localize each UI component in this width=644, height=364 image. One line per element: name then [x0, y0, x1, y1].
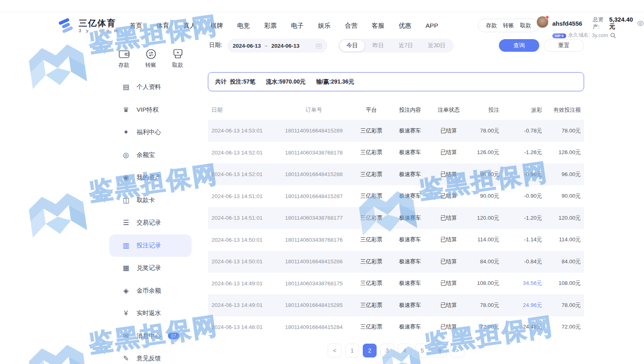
cell-bet: 120.00元	[468, 207, 503, 229]
quick-withdraw-button[interactable]: 取款	[168, 49, 187, 69]
eye-icon[interactable]	[637, 21, 644, 26]
quick-deposit-button[interactable]: 存款	[114, 49, 134, 69]
date-range-chip[interactable]: 近7日	[392, 40, 420, 51]
cell-platform: 三亿彩票	[353, 207, 390, 229]
summary-bar: 共计 投注:57笔 流水:5970.00元 输/赢:291.36元	[208, 72, 584, 91]
sidebar-item-icon: ✎	[121, 355, 130, 362]
cell-order: 1801140916648415286	[275, 251, 353, 273]
query-button[interactable]: 查询	[499, 39, 539, 52]
page-number-button[interactable]: 1	[345, 344, 359, 357]
deposit-link[interactable]: 存款	[486, 22, 497, 29]
page-number-button[interactable]: 2	[363, 344, 377, 357]
date-separator: ~	[265, 43, 268, 49]
cell-payout: 34.56元	[503, 273, 545, 295]
page-number-button[interactable]: 4	[398, 344, 412, 357]
table-header-row: 日期 订单号 平台 投注内容 注单状态 投注 派彩 有效投注额	[208, 100, 584, 120]
sidebar-menu-item[interactable]: ◉ 我的资产	[109, 166, 192, 189]
cell-date: 2024-06-13 14:49:01	[208, 273, 275, 295]
nav-item[interactable]: 合营	[345, 22, 357, 30]
nav-item[interactable]: 电子	[291, 22, 304, 30]
calendar-icon[interactable]	[315, 43, 322, 49]
cell-bet: 108.00元	[468, 273, 503, 295]
page-number-button[interactable]: 3	[380, 344, 394, 357]
nav-item[interactable]: 娱乐	[318, 22, 331, 30]
sidebar-item-label: 实时返水	[137, 309, 161, 317]
cell-status: 已结算	[430, 207, 468, 229]
avatar[interactable]	[536, 16, 549, 28]
cell-order: 1801140916648415289	[275, 120, 353, 142]
avatar-column	[536, 16, 549, 39]
col-header-payout: 派彩	[503, 100, 545, 120]
nav-item[interactable]: 真人	[183, 22, 196, 30]
sidebar-item-icon: ◎	[121, 152, 130, 159]
cell-payout: -0.96元	[503, 163, 545, 185]
nav-item[interactable]: APP	[426, 22, 438, 29]
date-range-chip[interactable]: 昨日	[366, 40, 390, 51]
cell-order: 1801140916648415284	[275, 316, 353, 338]
cell-date: 2024-06-13 14:52:01	[208, 163, 275, 185]
sidebar-item-icon: ☰	[121, 219, 130, 226]
sidebar-menu-item[interactable]: ✉ 消息中心 37	[109, 325, 192, 348]
page-number-button[interactable]: 6	[433, 344, 447, 357]
table-row: 2024-06-13 14:50:01 1801140916648415286 …	[208, 251, 584, 273]
reset-button[interactable]: 重置	[544, 39, 584, 52]
cell-date: 2024-06-13 14:50:01	[208, 251, 275, 273]
cell-status: 已结算	[430, 185, 468, 207]
nav-item[interactable]: 优惠	[399, 22, 411, 30]
table-row: 2024-06-13 14:51:01 1801140916648415287 …	[208, 185, 584, 207]
cell-payout: -1.26元	[503, 142, 545, 164]
user-info: ahsfd4556 总资产: 5,324.40元 VIP 0 永久域名: 3y.…	[552, 16, 644, 39]
site-logo[interactable]: 三亿体育 3 y . c o m	[56, 16, 119, 35]
sidebar-menu-item[interactable]: ¥ 实时返水	[109, 302, 192, 325]
transfer-link[interactable]: 转账	[503, 22, 514, 29]
search-icon[interactable]	[610, 33, 616, 38]
withdraw-link[interactable]: 取款	[520, 22, 531, 29]
sidebar-item-label: 投注记录	[137, 242, 161, 249]
sidebar-item-icon: ◫	[121, 197, 130, 204]
cell-payout: 24.96元	[503, 294, 545, 316]
nav-item[interactable]: 彩票	[264, 22, 277, 30]
date-range-chip[interactable]: 今日	[340, 40, 364, 51]
nav-item[interactable]: 客服	[372, 22, 384, 30]
nav-item[interactable]: 棋牌	[210, 22, 223, 30]
page-number-button[interactable]: 5	[415, 344, 429, 357]
next-page-button[interactable]: >	[450, 344, 464, 357]
summary-total-label: 共计	[215, 78, 227, 86]
sidebar-menu-item[interactable]: ☰ 交易记录	[109, 212, 192, 234]
cell-date: 2024-06-13 14:48:01	[208, 316, 275, 338]
cell-platform: 三亿彩票	[353, 142, 390, 164]
sidebar-menu-item[interactable]: ♛ VIP特权	[109, 99, 192, 121]
sidebar-menu-item[interactable]: ✦ 福利中心	[109, 121, 192, 144]
date-range-chip[interactable]: 近30日	[421, 40, 452, 51]
nav-item[interactable]: 首页	[130, 22, 142, 30]
prev-page-button[interactable]: <	[328, 344, 342, 357]
date-to-value: 2024-06-13	[271, 43, 300, 49]
date-range-input[interactable]: 2024-06-13 ~ 2024-06-13	[227, 39, 327, 53]
sidebar-menu-item[interactable]: ▦ 兑奖记录	[109, 257, 192, 280]
logo-title: 三亿体育	[79, 18, 119, 28]
cell-valid: 84.00元	[545, 251, 584, 273]
sidebar-menu-item[interactable]: ◈ 金币余额	[109, 280, 192, 302]
watermark-logo-icon	[26, 40, 88, 93]
cell-content: 极速赛车	[390, 185, 430, 207]
nav-item[interactable]: 电竞	[237, 22, 250, 30]
cell-payout: -0.78元	[503, 120, 545, 142]
nav-item[interactable]: 体育	[157, 22, 169, 30]
unread-count-badge: 37	[168, 333, 179, 339]
sidebar-item-icon: ✉	[121, 333, 130, 340]
cell-status: 已结算	[430, 229, 468, 251]
sidebar-item-icon: ✦	[121, 129, 130, 136]
table-row: 2024-06-13 14:52:01 1801140603438768178 …	[208, 142, 584, 164]
quick-transfer-button[interactable]: 转账	[141, 49, 161, 69]
cell-order: 1801140603438768177	[275, 207, 353, 229]
sidebar-item-icon: ◈	[121, 287, 130, 294]
table-row: 2024-06-13 14:49:01 1801140603438768175 …	[208, 273, 584, 295]
sidebar-menu-item[interactable]: ▤ 个人资料	[109, 76, 192, 99]
sidebar-menu-item[interactable]: ◫ 取款卡	[109, 189, 192, 212]
sidebar-menu-item[interactable]: ✎ 意见反馈	[109, 347, 192, 364]
sidebar-menu-item[interactable]: ▥ 投注记录	[109, 234, 192, 257]
cell-valid: 108.00元	[545, 273, 584, 295]
sidebar-menu-item[interactable]: ◎ 余额宝	[109, 144, 192, 167]
bet-records-table: 日期 订单号 平台 投注内容 注单状态 投注 派彩 有效投注额 2024-06-…	[208, 100, 584, 338]
sidebar-item-label: VIP特权	[137, 106, 159, 114]
